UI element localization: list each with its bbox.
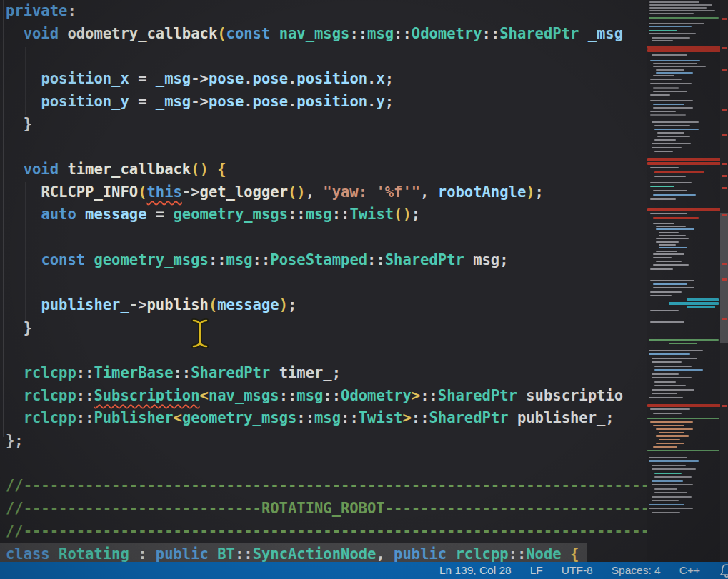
- status-language-mode[interactable]: C++: [679, 564, 700, 576]
- minimap-row: [649, 457, 687, 458]
- code-line[interactable]: //--------------------------------------…: [0, 520, 647, 543]
- minimap-row: [654, 139, 676, 141]
- code-line[interactable]: RCLCPP_INFO(this->get_logger(), "yaw: '%…: [0, 181, 647, 204]
- minimap-row: [687, 306, 715, 308]
- code-line[interactable]: [0, 45, 647, 68]
- minimap-row: [653, 190, 687, 191]
- minimap-row: [653, 75, 674, 76]
- minimap-row: [656, 72, 693, 74]
- code-line[interactable]: private:: [0, 0, 647, 23]
- minimap-row: [650, 111, 676, 112]
- minimap-row: [653, 87, 679, 89]
- minimap-row: [653, 253, 684, 255]
- minimap-row: [656, 261, 682, 262]
- code-line[interactable]: [0, 453, 647, 475]
- minimap-row: [653, 63, 697, 64]
- overview-error-mark: [722, 187, 727, 189]
- code-line[interactable]: auto message = geometry_msgs::msg::Twist…: [0, 203, 647, 226]
- overview-error-mark: [722, 405, 727, 407]
- code-line[interactable]: [0, 271, 647, 294]
- code-editor[interactable]: private: void odometry_callback(const na…: [0, 0, 647, 562]
- minimap-row: [687, 298, 719, 301]
- code-line[interactable]: position_y = _msg->pose.pose.position.y;: [0, 91, 647, 114]
- minimap-row: [656, 69, 684, 71]
- minimap-row: [654, 171, 704, 173]
- minimap-row: [653, 194, 696, 196]
- minimap-row: [653, 66, 706, 67]
- minimap-row: [650, 280, 694, 281]
- status-indentation[interactable]: Spaces: 4: [612, 564, 661, 576]
- code-line[interactable]: //--------------------------------------…: [0, 475, 647, 498]
- code-line[interactable]: rclcpp::TimerBase::SharedPtr timer_;: [0, 362, 647, 385]
- minimap-row: [650, 408, 690, 410]
- code-line[interactable]: class Rotating : public BT::SyncActionNo…: [0, 543, 647, 563]
- minimap-row: [653, 413, 682, 414]
- minimap-row: [652, 468, 696, 470]
- status-encoding[interactable]: UTF-8: [562, 564, 593, 576]
- status-bar: Ln 139, Col 28LFUTF-8Spaces: 4C++: [0, 562, 728, 579]
- code-line[interactable]: void timer_callback() {: [0, 158, 647, 181]
- minimap-row: [654, 476, 692, 478]
- minimap-row: [649, 1, 699, 3]
- code-line[interactable]: void odometry_callback(const nav_msgs::m…: [0, 23, 647, 46]
- code-line[interactable]: [0, 136, 647, 158]
- code-line[interactable]: };: [0, 430, 647, 453]
- status-eol-sequence[interactable]: LF: [530, 564, 543, 576]
- overview-error-mark: [722, 175, 727, 177]
- minimap-row: [669, 302, 719, 305]
- minimap[interactable]: [647, 0, 721, 562]
- minimap-row: [653, 104, 684, 105]
- code-line[interactable]: //---------------------------ROTATING_RO…: [0, 498, 647, 520]
- minimap-row: [650, 114, 686, 116]
- minimap-row: [650, 100, 693, 101]
- minimap-row: [652, 393, 677, 394]
- code-lines: private: void odometry_callback(const na…: [0, 0, 647, 562]
- minimap-row: [652, 54, 687, 56]
- code-line[interactable]: rclcpp::Subscription<nav_msgs::msg::Odom…: [0, 385, 647, 408]
- minimap-row: [649, 26, 692, 27]
- minimap-row: [649, 7, 707, 9]
- minimap-row: [654, 151, 673, 152]
- minimap-row: [652, 143, 691, 144]
- minimap-row: [653, 223, 674, 224]
- scrollbar-thumb[interactable]: [720, 213, 728, 343]
- overview-error-mark: [722, 318, 727, 320]
- minimap-row: [647, 450, 719, 451]
- overview-error-mark: [722, 109, 727, 111]
- minimap-row: [654, 385, 686, 386]
- minimap-row: [652, 358, 697, 359]
- minimap-row: [653, 287, 694, 288]
- minimap-row: [659, 439, 680, 440]
- code-line[interactable]: }: [0, 317, 647, 340]
- minimap-row: [656, 228, 694, 230]
- minimap-row: [650, 321, 684, 323]
- minimap-row: [656, 443, 684, 444]
- code-line[interactable]: }: [0, 113, 647, 136]
- minimap-row: [650, 198, 676, 200]
- code-line[interactable]: const geometry_msgs::msg::PoseStamped::S…: [0, 249, 647, 272]
- minimap-row: [654, 492, 687, 493]
- minimap-row: [656, 241, 679, 243]
- code-line[interactable]: [0, 226, 647, 249]
- minimap-row: [656, 435, 689, 437]
- minimap-row: [649, 504, 684, 505]
- minimap-row: [649, 397, 683, 398]
- minimap-row: [652, 500, 679, 501]
- scrollbar[interactable]: [720, 0, 728, 562]
- code-line[interactable]: position_x = _msg->pose.pose.position.x;: [0, 68, 647, 91]
- status-cursor-position[interactable]: Ln 139, Col 28: [439, 564, 512, 576]
- minimap-row: [647, 418, 719, 419]
- minimap-row: [656, 428, 693, 430]
- code-line[interactable]: [0, 339, 647, 362]
- code-line[interactable]: rclcpp::Publisher<geometry_msgs::msg::Tw…: [0, 407, 647, 430]
- minimap-row: [659, 244, 676, 246]
- minimap-row: [654, 366, 692, 367]
- notifications-bell-icon[interactable]: [719, 563, 728, 578]
- minimap-row: [649, 353, 690, 355]
- minimap-row: [650, 60, 700, 61]
- minimap-row: [654, 369, 703, 371]
- code-line[interactable]: publisher_->publish(message);: [0, 294, 647, 317]
- minimap-row: [652, 40, 673, 41]
- minimap-row: [650, 310, 679, 311]
- minimap-row: [652, 389, 694, 391]
